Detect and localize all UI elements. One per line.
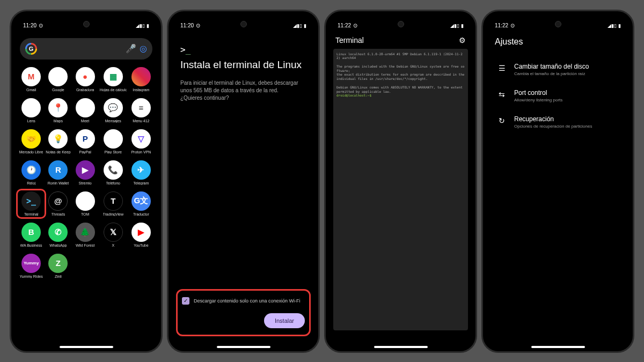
app-icon: B bbox=[21, 223, 41, 242]
phone-settings: 11:22⊙ ◢▮▯ ▮ Ajustes ☰Cambiar tamaño del… bbox=[481, 10, 634, 353]
app-paypal[interactable]: PPayPal bbox=[73, 129, 98, 154]
search-bar[interactable]: 🎤 ◎ bbox=[20, 38, 152, 60]
install-description: Para iniciar el terminal de Linux, debes… bbox=[180, 79, 306, 94]
app-grabadora[interactable]: ●Grabadora bbox=[73, 67, 98, 92]
settings-item-icon: ⇆ bbox=[497, 90, 507, 99]
app-icon: Yummy bbox=[21, 254, 41, 273]
app-gmail[interactable]: MGmail bbox=[19, 67, 43, 92]
settings-item-recuperación[interactable]: ↻RecuperaciónOpciones de recuperación de… bbox=[487, 109, 628, 135]
app-icon: ▶ bbox=[131, 223, 151, 242]
app-teléfono[interactable]: 📞Teléfono bbox=[100, 160, 127, 185]
app-icon: R bbox=[48, 160, 68, 180]
app-threads[interactable]: @Threads bbox=[46, 191, 70, 216]
terminal-prompt-icon: >_ bbox=[180, 45, 306, 55]
app-icon: 📍 bbox=[48, 98, 68, 117]
wifi-only-checkbox-row[interactable]: ✓ Descargar contenido solo con una conex… bbox=[182, 297, 305, 305]
install-button[interactable]: Instalar bbox=[264, 313, 305, 328]
app-label: Notas de Keep bbox=[46, 150, 70, 154]
nav-bar[interactable] bbox=[60, 346, 113, 348]
nav-bar[interactable] bbox=[531, 346, 585, 348]
app-traductor[interactable]: G文Traductor bbox=[129, 191, 153, 216]
app-icon: 𝕏 bbox=[104, 223, 123, 242]
app-label: Google bbox=[52, 88, 64, 92]
terminal-prompt: droid@localhost:~$ bbox=[336, 93, 371, 97]
settings-item-port-control[interactable]: ⇆Port controlAllow/deny listening ports bbox=[487, 83, 628, 109]
app-icon: 🤝 bbox=[21, 129, 41, 149]
app-icon: 🌲 bbox=[76, 223, 95, 242]
app-label: Terminal bbox=[24, 212, 38, 216]
app-icon: ≡ bbox=[131, 98, 151, 117]
app-wa-business[interactable]: BWA Business bbox=[19, 223, 43, 247]
app-icon: @ bbox=[48, 191, 68, 211]
settings-list: ☰Cambiar tamaño del discoCambia el tamañ… bbox=[487, 53, 628, 138]
app-meet[interactable]: ▮Meet bbox=[73, 98, 98, 123]
phone-install: 11:20⊙ ◢▮▯ ▮ >_ Instala el terminal de L… bbox=[167, 10, 320, 353]
app-label: Stremio bbox=[79, 181, 92, 185]
camera-cutout bbox=[240, 21, 247, 27]
app-icon: G bbox=[48, 67, 68, 86]
app-stremio[interactable]: ▶Stremio bbox=[73, 160, 98, 185]
app-icon: ◐ bbox=[76, 191, 95, 211]
app-icon: ✆ bbox=[48, 223, 68, 242]
checkbox-label: Descargar contenido solo con una conexió… bbox=[194, 298, 301, 304]
mic-icon[interactable]: 🎤 bbox=[126, 43, 136, 54]
app-zinli[interactable]: ZZinli bbox=[46, 254, 70, 278]
app-google[interactable]: GGoogle bbox=[46, 67, 70, 92]
app-hojas-de-cálculo[interactable]: ▦Hojas de cálculo bbox=[100, 67, 127, 92]
app-terminal[interactable]: >_Terminal bbox=[19, 191, 43, 216]
app-youtube[interactable]: ▶YouTube bbox=[129, 223, 153, 247]
app-wild-forest[interactable]: 🌲Wild Forest bbox=[73, 223, 98, 247]
app-label: PayPal bbox=[79, 150, 91, 154]
app-label: Instagram bbox=[133, 88, 149, 92]
highlight-annotation: ✓ Descargar contenido solo con una conex… bbox=[176, 289, 311, 336]
app-ronin-wallet[interactable]: RRonin Wallet bbox=[46, 160, 70, 185]
app-label: Lens bbox=[27, 119, 35, 123]
app-label: Grabadora bbox=[76, 88, 94, 92]
app-instagram[interactable]: Instagram bbox=[129, 67, 153, 92]
settings-item-title: Recuperación bbox=[514, 115, 592, 123]
app-lens[interactable]: ◎Lens bbox=[19, 98, 43, 123]
phone-app-drawer: 11:20⊙ ◢▮▯ ▮ 🎤 ◎ MGmailGGoogle●Grabadora… bbox=[10, 10, 163, 353]
lens-icon[interactable]: ◎ bbox=[140, 43, 147, 54]
app-icon: 💬 bbox=[104, 98, 123, 117]
app-label: WhatsApp bbox=[49, 243, 67, 247]
app-icon: ✈ bbox=[131, 160, 151, 180]
checkbox-icon[interactable]: ✓ bbox=[182, 297, 189, 305]
app-reloj[interactable]: 🕐Reloj bbox=[19, 160, 43, 185]
terminal-output[interactable]: Linux localhost 6.1.0-28-arm64 #1 SMP De… bbox=[333, 49, 468, 330]
nav-bar[interactable] bbox=[217, 346, 270, 348]
app-label: Telegram bbox=[133, 181, 149, 185]
settings-item-cambiar-tamaño-del-disco[interactable]: ☰Cambiar tamaño del discoCambia el tamañ… bbox=[487, 56, 628, 83]
app-label: Meet bbox=[81, 119, 90, 123]
nav-bar[interactable] bbox=[374, 346, 428, 348]
app-play-store[interactable]: ▶Play Store bbox=[100, 129, 127, 154]
app-icon: ◎ bbox=[21, 98, 41, 117]
app-label: WA Business bbox=[20, 243, 42, 247]
app-mercado-libre[interactable]: 🤝Mercado Libre bbox=[19, 129, 43, 154]
app-telegram[interactable]: ✈Telegram bbox=[129, 160, 153, 185]
app-tom[interactable]: ◐TOM bbox=[73, 191, 98, 216]
app-icon: ● bbox=[76, 67, 95, 86]
settings-item-subtitle: Cambia el tamaño de la partición raíz bbox=[514, 71, 589, 76]
settings-item-title: Port control bbox=[514, 89, 562, 97]
app-mensajes[interactable]: 💬Mensajes bbox=[100, 98, 127, 123]
app-tradingview[interactable]: TTradingView bbox=[100, 191, 127, 216]
phone-terminal: 11:22⊙ ◢▮▯ ▮ Terminal ⚙ Linux localhost … bbox=[324, 10, 477, 353]
settings-item-icon: ☰ bbox=[497, 64, 507, 72]
app-icon: 🕐 bbox=[21, 160, 41, 180]
app-icon: ▦ bbox=[104, 67, 123, 86]
app-proton-vpn[interactable]: ▽Proton VPN bbox=[129, 129, 153, 154]
gear-icon[interactable]: ⚙ bbox=[459, 36, 466, 45]
app-maps[interactable]: 📍Maps bbox=[46, 98, 70, 123]
app-x[interactable]: 𝕏X bbox=[100, 223, 127, 247]
settings-title: Ajustes bbox=[487, 31, 628, 53]
app-whatsapp[interactable]: ✆WhatsApp bbox=[46, 223, 70, 247]
app-icon: ▶ bbox=[104, 129, 123, 149]
app-icon: 💡 bbox=[48, 129, 68, 149]
app-menu-412[interactable]: ≡Menu 412 bbox=[129, 98, 153, 123]
install-title: Instala el terminal de Linux bbox=[180, 59, 306, 71]
app-notas-de-keep[interactable]: 💡Notas de Keep bbox=[46, 129, 70, 154]
app-label: YouTube bbox=[134, 243, 149, 247]
app-yummy-rides[interactable]: YummyYummy Rides bbox=[19, 254, 43, 278]
app-label: Hojas de cálculo bbox=[100, 88, 127, 92]
